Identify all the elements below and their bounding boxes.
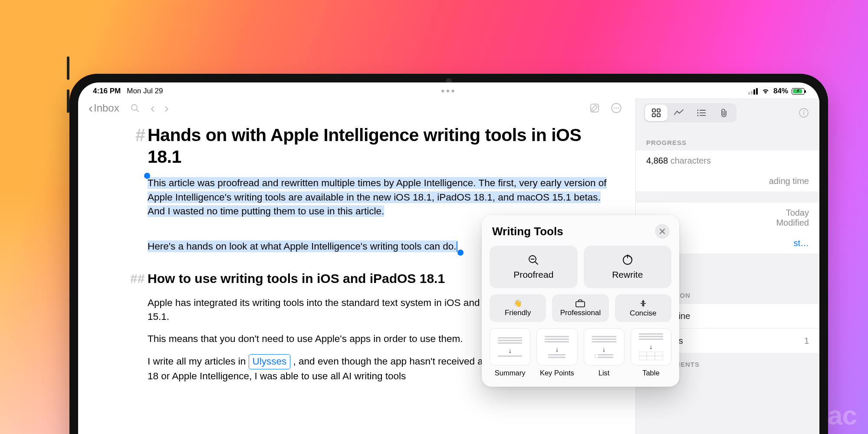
info-icon[interactable] [798,107,810,119]
selected-text-p2[interactable]: Here's a hands on look at what Apple Int… [148,240,457,252]
chars-row: 4,868 characters [636,151,819,171]
svg-point-6 [618,108,619,109]
table-tile[interactable]: ↓ Table [631,328,671,377]
wave-icon: 👋 [513,299,522,307]
list-icon: ↓ [592,336,616,358]
rewrite-button[interactable]: Rewrite [584,246,672,288]
briefcase-icon [575,299,585,307]
compose-icon[interactable] [589,102,601,114]
concise-icon [639,299,648,308]
keypoints-label: Key Points [540,369,574,377]
ipad-frame: 4:16 PM Mon Jul 29 ••• 84% ⚡︎ ‹ Inbox [69,74,828,434]
search-icon[interactable] [129,102,141,114]
keypoints-icon: ↓ [545,336,569,358]
next-button[interactable]: › [164,102,169,115]
tab-progress[interactable] [667,105,690,121]
h1-marker: # [135,124,145,146]
wifi-icon [761,88,770,94]
chars-value: 4,868 [646,156,668,165]
rewrite-icon [621,254,634,266]
back-button[interactable]: ‹ Inbox [89,102,119,115]
inspector-segmented-control[interactable] [644,103,736,122]
svg-rect-8 [657,109,660,112]
svg-rect-9 [652,114,655,117]
multitask-dots-icon[interactable]: ••• [441,85,456,97]
rewrite-label: Rewrite [612,270,643,280]
nav-links-count: 1 [804,336,809,346]
selected-text-p1[interactable]: This article was proofread and rewritten… [148,177,607,217]
proofread-button[interactable]: Proofread [490,246,578,288]
professional-label: Professional [560,309,601,317]
svg-point-5 [616,108,617,109]
popover-title: Writing Tools [492,225,563,238]
status-bar: 4:16 PM Mon Jul 29 ••• 84% ⚡︎ [78,82,819,98]
cellular-icon [748,88,758,95]
tab-outline[interactable] [690,105,713,121]
battery-percent: 84% [773,87,788,95]
screen: 4:16 PM Mon Jul 29 ••• 84% ⚡︎ ‹ Inbox [78,82,819,434]
chevron-left-icon: ‹ [89,102,93,115]
friendly-button[interactable]: 👋 Friendly [490,294,546,322]
svg-rect-10 [657,114,660,117]
concise-label: Concise [630,309,656,318]
svg-line-22 [535,262,538,264]
magnifier-minus-icon [527,254,539,266]
modified-label: Modified [776,218,809,227]
summary-label: Summary [495,369,526,377]
status-time: 4:16 PM [93,87,121,95]
table-label: Table [642,369,659,377]
h2-marker: ## [130,269,145,288]
battery-icon: ⚡︎ [792,88,805,95]
modified-value: Today [786,208,809,217]
more-icon[interactable] [610,102,622,114]
section-progress: PROGRESS [636,131,819,151]
link-pill[interactable]: Ulysses [249,354,291,370]
hardware-buttons [67,56,69,113]
svg-line-1 [136,110,138,112]
text-caret [457,241,457,252]
reading-time-row: ading time [636,171,819,191]
back-label: Inbox [94,102,119,114]
svg-point-4 [614,108,615,109]
link-text: st… [793,238,809,248]
summary-tile[interactable]: ↓ Summary [490,328,530,377]
professional-button[interactable]: Professional [552,294,608,322]
list-tile[interactable]: ↓ List [584,328,625,377]
prev-button[interactable]: ‹ [151,102,155,115]
heading-1[interactable]: # Hands on with Apple Intelligence writi… [148,124,609,168]
close-icon [659,228,665,234]
writing-tools-popover: Writing Tools Proofread Rewrite 👋 [482,215,679,387]
proofread-label: Proofread [513,270,553,280]
svg-rect-25 [576,302,585,307]
selection-end-handle[interactable] [457,250,464,256]
svg-point-18 [803,110,805,112]
heading-2-text: How to use writing tools in iOS and iPad… [148,271,445,286]
summary-icon: ↓ [498,337,522,357]
selection-start-handle[interactable] [144,173,150,179]
svg-point-15 [697,115,699,116]
heading-1-text: Hands on with Apple Intelligence writing… [148,125,581,167]
svg-rect-7 [652,109,655,112]
list-label: List [598,369,610,377]
table-icon: ↓ [639,333,663,360]
tab-dashboard[interactable] [645,105,667,121]
concise-button[interactable]: Concise [615,294,671,322]
friendly-label: Friendly [505,309,531,317]
chars-label: characters [671,156,711,165]
text-run: I write all my articles in [148,356,249,367]
reading-time-label: ading time [769,176,809,186]
svg-point-13 [697,112,699,114]
svg-point-11 [697,110,699,111]
tab-attachments[interactable] [713,105,735,121]
editor-toolbar: ‹ Inbox ‹ › [78,98,635,121]
close-button[interactable] [655,224,670,239]
keypoints-tile[interactable]: ↓ Key Points [536,328,577,377]
inspector-toolbar [636,98,819,129]
svg-rect-19 [803,112,804,115]
status-date: Mon Jul 29 [127,87,163,95]
